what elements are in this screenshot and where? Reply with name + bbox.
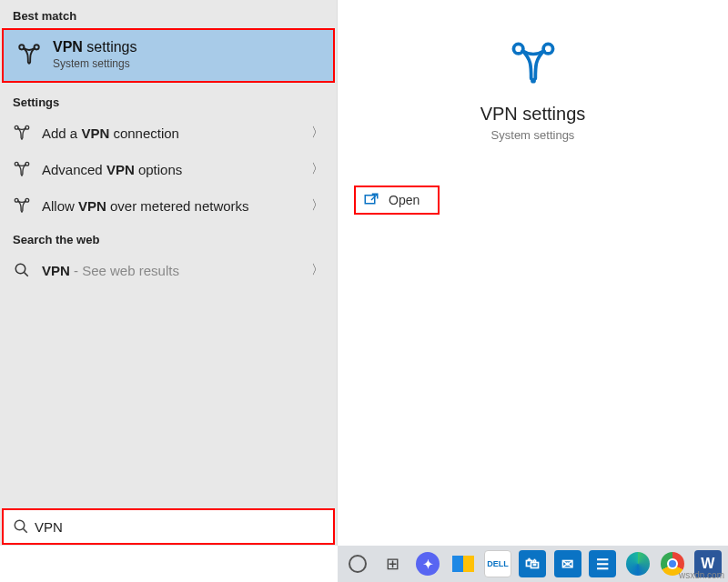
taskbar-task-view[interactable]: ⊞ [376,546,409,582]
settings-header: Settings [0,86,337,115]
taskbar-mail[interactable]: ✉ [551,546,584,582]
taskbar-edge[interactable] [622,546,654,582]
best-match-vpn-settings[interactable]: VPN settings System settings [2,28,335,83]
taskbar-discord[interactable]: ✦ [411,546,444,582]
settings-item-add-vpn[interactable]: Add a VPN connection 〉 [0,115,337,151]
chevron-right-icon: 〉 [311,125,324,141]
settings-item-advanced-vpn[interactable]: Advanced VPN options 〉 [0,151,337,187]
taskbar-cortana[interactable] [341,546,374,582]
folder-icon [452,556,474,572]
taskbar-calendar[interactable]: ☰ [586,546,619,582]
search-box[interactable] [2,508,335,545]
watermark: wsxdn.com [679,570,724,580]
chevron-right-icon: 〉 [311,197,324,214]
result-label: VPN - See web results [42,263,300,278]
result-label: Allow VPN over metered networks [42,198,300,214]
vpn-icon [16,42,42,67]
vpn-icon [13,196,31,215]
search-icon [13,518,29,535]
open-icon [363,193,379,207]
best-match-header: Best match [0,0,337,28]
taskbar-dell[interactable]: DELL [481,546,514,582]
result-label: Add a VPN connection [42,125,300,141]
settings-item-allow-vpn-metered[interactable]: Allow VPN over metered networks 〉 [0,187,337,224]
best-match-subtitle: System settings [53,57,137,70]
result-detail-panel: VPN settings System settings Open [338,0,728,546]
open-label: Open [389,193,420,207]
vpn-icon [13,160,31,178]
taskbar-store[interactable]: 🛍 [516,546,549,582]
search-icon [13,261,31,279]
vpn-icon [508,38,559,89]
taskbar-file-explorer[interactable] [446,546,479,582]
detail-icon [338,38,728,89]
chevron-right-icon: 〉 [311,262,324,278]
search-results-panel: Best match VPN settings System settings … [0,0,338,546]
best-match-text: VPN settings System settings [53,39,137,70]
vpn-icon [13,124,31,142]
open-button[interactable]: Open [354,186,440,215]
web-item-vpn[interactable]: VPN - See web results 〉 [0,252,337,288]
taskbar: ⊞ ✦ DELL 🛍 ✉ ☰ W [338,546,728,582]
detail-subtitle: System settings [338,128,728,142]
result-label: Advanced VPN options [42,162,300,177]
detail-title: VPN settings [338,104,728,125]
web-header: Search the web [0,224,337,252]
best-match-title: VPN settings [53,39,137,55]
search-input[interactable] [35,519,324,535]
chevron-right-icon: 〉 [311,161,324,177]
